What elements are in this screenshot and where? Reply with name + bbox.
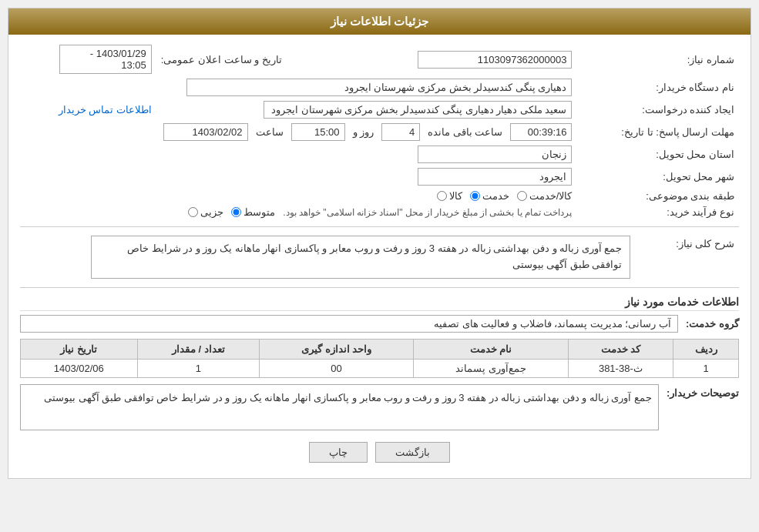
button-row: بازگشت چاپ: [20, 442, 739, 463]
cell-unit: 00: [260, 359, 414, 377]
deadline-time: 15:00: [291, 123, 345, 141]
city-value: ایجرود: [418, 168, 572, 186]
cell-count: 1: [137, 359, 260, 377]
province-label: استان محل تحویل:: [576, 143, 739, 166]
services-table: ردیف کد خدمت نام خدمت واحد اندازه گیری ت…: [20, 339, 739, 378]
col-header-count: تعداد / مقدار: [137, 339, 260, 359]
category-kala-khadamat-label: کالا/خدمت: [529, 190, 573, 202]
category-khadamat-label: خدمت: [482, 190, 509, 202]
col-header-service-name: نام خدمت: [414, 339, 569, 359]
announce-label: تاریخ و ساعت اعلان عمومی:: [156, 42, 329, 76]
contact-link[interactable]: اطلاعات تماس خریدار: [59, 104, 152, 115]
buyer-notes-value: جمع آوری زباله و دفن بهداشتی زباله در هف…: [20, 384, 659, 430]
content-area: شماره نیاز: 1103097362000003 تاریخ و ساع…: [8, 35, 751, 478]
deadline-time-label: ساعت: [256, 126, 284, 138]
services-section-title: اطلاعات خدمات مورد نیاز: [20, 296, 739, 311]
purchase-motaset-label: متوسط: [243, 206, 275, 218]
purchase-jozvi-label: جزیی: [200, 206, 223, 218]
city-cell: ایجرود: [20, 166, 576, 188]
description-cell: جمع آوری زباله و دفن بهداشتی زباله در هف…: [20, 233, 635, 281]
col-header-date: تاریخ نیاز: [21, 339, 138, 359]
divider-2: [20, 287, 739, 288]
purchase-motaset-radio[interactable]: [231, 207, 241, 217]
category-cell: کالا خدمت کالا/خدمت: [20, 188, 576, 204]
service-group-label: گروه خدمت:: [686, 318, 739, 330]
need-number-cell: 1103097362000003: [360, 42, 576, 76]
print-button[interactable]: چاپ: [309, 442, 368, 463]
description-table: شرح کلی نیاز: جمع آوری زباله و دفن بهداش…: [20, 233, 739, 281]
deadline-date: 1403/02/02: [163, 123, 248, 141]
province-value: زنجان: [418, 146, 572, 163]
creator-value: سعید ملکی دهیار دهیاری پنگی کندسیدلر بخش…: [264, 101, 572, 119]
creator-label: ایجاد کننده درخواست:: [576, 99, 739, 121]
org-name-cell: دهیاری پنگی کندسیدلر بخش مرکزی شهرستان ا…: [20, 76, 576, 99]
buyer-notes-row: توصیحات خریدار: جمع آوری زباله و دفن بهد…: [20, 384, 739, 430]
col-header-row-num: ردیف: [673, 339, 739, 359]
org-name-label: نام دستگاه خریدار:: [576, 76, 739, 99]
divider-1: [20, 226, 739, 227]
description-label: شرح کلی نیاز:: [635, 233, 739, 281]
countdown-value: 00:39:16: [510, 123, 572, 141]
col-header-service-code: کد خدمت: [568, 339, 673, 359]
buyer-notes-label: توصیحات خریدار:: [667, 387, 739, 399]
purchase-motaset-option[interactable]: متوسط: [231, 206, 275, 218]
table-row: 1ث-38-381جمع‌آوری پسماند0011403/02/06: [21, 359, 739, 377]
basic-info-table: شماره نیاز: 1103097362000003 تاریخ و ساع…: [20, 42, 739, 220]
contact-link-cell[interactable]: اطلاعات تماس خریدار: [20, 99, 156, 121]
category-kala-option[interactable]: کالا: [437, 190, 462, 202]
service-group-row: گروه خدمت: آب رسانی؛ مدیریت پسماند، فاضل…: [20, 315, 739, 333]
deadline-cell: 1403/02/02 ساعت 15:00 روز و 4 ساعت باقی …: [20, 121, 576, 143]
cell-row_num: 1: [673, 359, 739, 377]
cell-date: 1403/02/06: [21, 359, 138, 377]
cell-service_code: ث-38-381: [568, 359, 673, 377]
category-kala-label: کالا: [449, 190, 462, 202]
purchase-type-cell: جزیی متوسط پرداخت تمام یا بخشی از مبلغ خ…: [20, 204, 576, 220]
need-number-label: شماره نیاز:: [576, 42, 739, 76]
category-kala-radio[interactable]: [437, 191, 447, 201]
deadline-days: 4: [381, 123, 420, 141]
countdown-label: ساعت باقی مانده: [428, 126, 502, 138]
back-button[interactable]: بازگشت: [375, 442, 450, 463]
category-kala-khadamat-radio[interactable]: [517, 191, 527, 201]
deadline-label: مهلت ارسال پاسخ: تا تاریخ:: [576, 121, 739, 143]
deadline-days-label: روز و: [353, 126, 374, 138]
description-value: جمع آوری زباله و دفن بهداشتی زباله در هف…: [91, 236, 630, 279]
page-header: جزئیات اطلاعات نیاز: [8, 8, 751, 35]
category-kala-khadamat-option[interactable]: کالا/خدمت: [517, 190, 573, 202]
need-number-value: 1103097362000003: [418, 51, 572, 69]
category-khadamat-radio[interactable]: [470, 191, 480, 201]
service-group-value: آب رسانی؛ مدیریت پسماند، فاضلاب و فعالیت…: [20, 315, 678, 333]
creator-cell: سعید ملکی دهیار دهیاری پنگی کندسیدلر بخش…: [156, 99, 577, 121]
purchase-jozvi-radio[interactable]: [188, 207, 198, 217]
purchase-type-label: نوع فرآیند خرید:: [576, 204, 739, 220]
purchase-note: پرداخت تمام یا بخشی از مبلغ خریدار از مح…: [283, 207, 572, 218]
announce-value-cell: 1403/01/29 - 13:05: [20, 42, 156, 76]
org-name-value: دهیاری پنگی کندسیدلر بخش مرکزی شهرستان ا…: [186, 79, 572, 96]
purchase-jozvi-option[interactable]: جزیی: [188, 206, 223, 218]
category-label: طبقه بندی موضوعی:: [576, 188, 739, 204]
col-header-unit: واحد اندازه گیری: [260, 339, 414, 359]
cell-service_name: جمع‌آوری پسماند: [414, 359, 569, 377]
city-label: شهر محل تحویل:: [576, 166, 739, 188]
page-title: جزئیات اطلاعات نیاز: [331, 15, 428, 28]
province-cell: زنجان: [20, 143, 576, 166]
page-wrapper: جزئیات اطلاعات نیاز شماره نیاز: 11030973…: [0, 0, 759, 532]
announce-value: 1403/01/29 - 13:05: [59, 45, 152, 74]
category-khadamat-option[interactable]: خدمت: [470, 190, 509, 202]
main-container: جزئیات اطلاعات نیاز شماره نیاز: 11030973…: [8, 8, 751, 479]
